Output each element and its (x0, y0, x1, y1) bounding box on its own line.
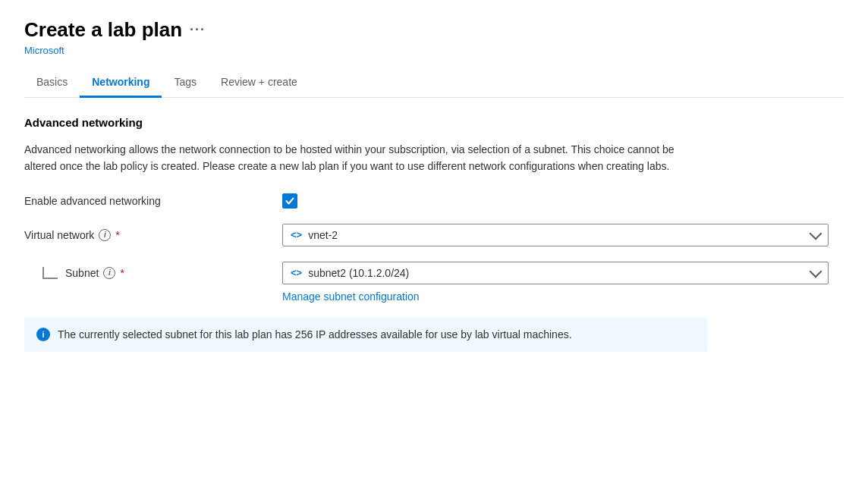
virtual-network-value: vnet-2 (308, 229, 338, 241)
virtual-network-chevron-icon (810, 227, 822, 240)
section-title: Advanced networking (24, 116, 844, 129)
page-title: Create a lab plan (24, 18, 182, 42)
tab-review-create[interactable]: Review + create (209, 68, 310, 98)
content-area: Advanced networking Advanced networking … (24, 116, 844, 352)
subnet-info-icon[interactable]: i (103, 267, 115, 279)
subnet-label-container: Subnet i * (24, 267, 282, 279)
page-header: Create a lab plan ··· Microsoft (24, 18, 844, 56)
enable-networking-checkbox-wrapper (282, 193, 297, 209)
virtual-network-label: Virtual network i * (24, 229, 282, 241)
section-description: Advanced networking allows the network c… (24, 141, 707, 175)
enable-networking-row: Enable advanced networking (24, 193, 844, 209)
subnet-value: subnet2 (10.1.2.0/24) (308, 267, 409, 279)
tab-networking[interactable]: Networking (80, 68, 162, 98)
info-banner: i The currently selected subnet for this… (24, 318, 707, 352)
virtual-network-info-icon[interactable]: i (99, 229, 111, 241)
tab-tags[interactable]: Tags (162, 68, 209, 98)
virtual-network-row: Virtual network i * <> vnet-2 (24, 224, 844, 246)
info-banner-icon: i (36, 328, 50, 341)
page-subtitle: Microsoft (24, 45, 844, 56)
virtual-network-dropdown[interactable]: <> vnet-2 (282, 224, 829, 246)
virtual-network-icon: <> (291, 229, 302, 240)
subnet-line-decoration (42, 267, 58, 279)
ellipsis-menu-button[interactable]: ··· (190, 22, 206, 38)
manage-subnet-link[interactable]: Manage subnet configuration (282, 290, 844, 303)
enable-networking-label: Enable advanced networking (24, 195, 282, 207)
subnet-chevron-icon (810, 265, 822, 278)
tab-basics[interactable]: Basics (24, 68, 80, 98)
subnet-row: Subnet i * <> subnet2 (10.1.2.0/24) (24, 262, 844, 284)
subnet-network-icon: <> (291, 267, 302, 278)
info-banner-text: The currently selected subnet for this l… (58, 327, 572, 343)
enable-networking-checkbox[interactable] (282, 193, 297, 209)
subnet-dropdown[interactable]: <> subnet2 (10.1.2.0/24) (282, 262, 829, 284)
tab-navigation: Basics Networking Tags Review + create (24, 68, 844, 98)
